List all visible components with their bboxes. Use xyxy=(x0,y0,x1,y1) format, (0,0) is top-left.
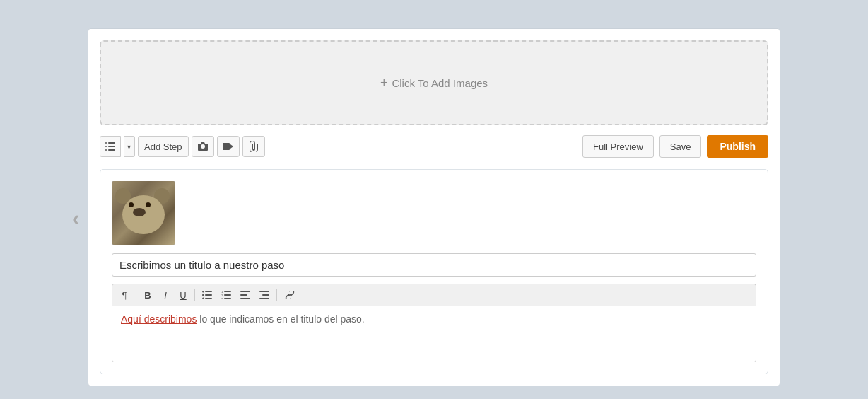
rte-divider-3 xyxy=(276,289,277,301)
rte-align-right-button[interactable] xyxy=(256,287,273,303)
rte-paragraph-button[interactable]: ¶ xyxy=(117,287,132,303)
toolbar-left: ▾ Add Step xyxy=(100,136,580,157)
svg-rect-8 xyxy=(205,291,212,292)
rte-wrapper: ¶ B I U xyxy=(112,284,756,362)
rte-toolbar: ¶ B I U xyxy=(112,284,756,306)
rte-link: Aquí describimos xyxy=(121,313,197,325)
koala-image xyxy=(112,181,175,245)
plus-icon: + xyxy=(380,76,388,91)
rte-ordered-list-button[interactable]: 1 2 3 xyxy=(218,287,235,303)
svg-rect-9 xyxy=(205,294,212,296)
full-preview-button[interactable]: Full Preview xyxy=(582,135,654,158)
svg-rect-25 xyxy=(259,298,269,299)
svg-rect-20 xyxy=(240,291,250,292)
main-toolbar: ▾ Add Step xyxy=(100,135,768,158)
svg-rect-21 xyxy=(240,294,247,296)
rte-divider-2 xyxy=(194,289,195,301)
add-step-button[interactable]: Add Step xyxy=(138,136,189,157)
svg-point-12 xyxy=(202,294,204,296)
video-button[interactable] xyxy=(217,136,240,157)
svg-rect-2 xyxy=(108,149,115,151)
svg-rect-16 xyxy=(224,298,231,299)
step-image[interactable] xyxy=(112,181,175,245)
svg-rect-4 xyxy=(105,146,107,147)
svg-rect-14 xyxy=(224,291,231,292)
svg-text:3: 3 xyxy=(221,297,223,299)
svg-rect-10 xyxy=(205,298,212,299)
image-upload-label: Click To Add Images xyxy=(392,77,488,89)
toolbar-right: Full Preview Save Publish xyxy=(582,135,768,158)
camera-button[interactable] xyxy=(192,136,214,157)
svg-rect-24 xyxy=(262,294,269,296)
attach-button[interactable] xyxy=(242,136,265,157)
svg-point-11 xyxy=(202,291,204,293)
publish-button[interactable]: Publish xyxy=(707,135,768,158)
rte-bullet-list-button[interactable] xyxy=(199,287,216,303)
svg-rect-22 xyxy=(240,298,250,299)
svg-marker-7 xyxy=(230,144,233,149)
svg-rect-3 xyxy=(105,142,107,144)
svg-rect-23 xyxy=(259,291,269,292)
svg-rect-6 xyxy=(223,143,230,150)
step-card: ¶ B I U xyxy=(100,169,768,374)
rte-underline-button[interactable]: U xyxy=(175,287,191,303)
svg-rect-1 xyxy=(108,146,115,147)
rte-content[interactable]: Aquí describimos lo que indicamos en el … xyxy=(112,306,756,362)
svg-rect-5 xyxy=(105,149,107,151)
rte-divider-1 xyxy=(136,289,136,301)
step-title-input[interactable] xyxy=(112,253,756,277)
svg-rect-15 xyxy=(224,294,231,296)
rte-italic-button[interactable]: I xyxy=(158,287,173,303)
editor-container: + Click To Add Images ▾ xyxy=(88,28,780,386)
back-arrow[interactable]: ‹ xyxy=(72,205,80,231)
image-upload-area[interactable]: + Click To Add Images xyxy=(100,40,768,125)
list-icon-button[interactable] xyxy=(100,136,121,157)
svg-point-13 xyxy=(202,298,204,300)
svg-rect-0 xyxy=(108,142,115,144)
dropdown-arrow-icon: ▾ xyxy=(127,143,131,151)
rte-bold-button[interactable]: B xyxy=(140,287,156,303)
rte-align-left-button[interactable] xyxy=(237,287,254,303)
rte-link-button[interactable] xyxy=(281,287,299,303)
save-button[interactable]: Save xyxy=(659,135,702,158)
list-dropdown-button[interactable]: ▾ xyxy=(124,136,135,157)
rte-body-text: lo que indicamos en el titulo del paso. xyxy=(199,313,364,325)
